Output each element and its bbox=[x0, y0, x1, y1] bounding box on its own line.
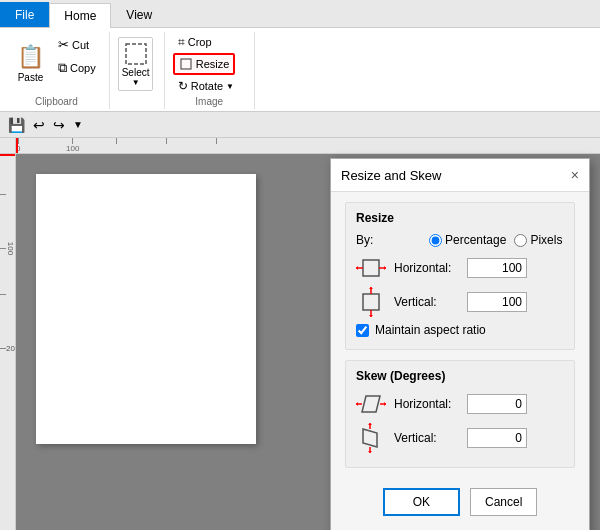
dialog-title-text: Resize and Skew bbox=[341, 168, 441, 183]
skew-h-label: Horizontal: bbox=[394, 397, 459, 411]
customize-qat-btn[interactable]: ▼ bbox=[71, 117, 85, 132]
ribbon-group-image: ⌗ Crop Resize bbox=[165, 32, 255, 109]
resize-row: Resize bbox=[173, 53, 239, 75]
select-dropdown[interactable]: ▼ bbox=[132, 78, 140, 87]
rotate-label: Rotate bbox=[191, 80, 223, 92]
svg-rect-3 bbox=[363, 260, 379, 276]
ruler-corner bbox=[0, 138, 16, 154]
maintain-aspect-label: Maintain aspect ratio bbox=[375, 323, 486, 337]
resize-button[interactable]: Resize bbox=[173, 53, 236, 75]
ribbon-tabs: File Home View bbox=[0, 0, 600, 28]
svg-rect-0 bbox=[126, 44, 146, 64]
copy-label: Copy bbox=[70, 62, 96, 74]
canvas-white bbox=[36, 174, 256, 444]
pixels-label: Pixels bbox=[530, 233, 562, 247]
cut-button[interactable]: ✂ Cut bbox=[53, 34, 101, 55]
dialog-buttons: OK Cancel bbox=[345, 478, 575, 526]
svg-marker-7 bbox=[384, 266, 386, 270]
resize-section-title: Resize bbox=[356, 211, 564, 225]
copy-button[interactable]: ⧉ Copy bbox=[53, 57, 101, 79]
copy-icon: ⧉ bbox=[58, 60, 67, 76]
crop-icon: ⌗ bbox=[178, 35, 185, 49]
tab-home[interactable]: Home bbox=[49, 3, 111, 28]
svg-marker-22 bbox=[368, 451, 372, 453]
paste-icon: 📋 bbox=[17, 44, 44, 70]
crop-button[interactable]: ⌗ Crop bbox=[173, 32, 217, 52]
rotate-dropdown-icon[interactable]: ▼ bbox=[226, 82, 234, 91]
paste-label: Paste bbox=[18, 72, 44, 83]
skew-h-icon bbox=[356, 391, 386, 417]
select-label: Select bbox=[122, 67, 150, 78]
paste-button[interactable]: 📋 Paste bbox=[12, 41, 49, 86]
cancel-button[interactable]: Cancel bbox=[470, 488, 537, 516]
ok-button[interactable]: OK bbox=[383, 488, 460, 516]
tools-items: Select ▼ bbox=[118, 32, 154, 109]
svg-rect-1 bbox=[181, 59, 191, 69]
dialog-body: Resize By: Percentage Pixels bbox=[331, 192, 589, 530]
skew-v-icon bbox=[356, 425, 386, 451]
maintain-aspect-row: Maintain aspect ratio bbox=[356, 323, 564, 337]
ruler-cursor-h bbox=[16, 138, 18, 154]
rotate-button[interactable]: ↻ Rotate ▼ bbox=[173, 76, 239, 96]
cut-copy-col: ✂ Cut ⧉ Copy bbox=[53, 34, 101, 93]
tab-view[interactable]: View bbox=[111, 2, 167, 27]
skew-section-title: Skew (Degrees) bbox=[356, 369, 564, 383]
redo-qat-btn[interactable]: ↪ bbox=[51, 115, 67, 135]
skew-section: Skew (Degrees) bbox=[345, 360, 575, 468]
svg-marker-16 bbox=[356, 402, 358, 406]
cut-icon: ✂ bbox=[58, 37, 69, 52]
image-items: ⌗ Crop Resize bbox=[173, 32, 239, 124]
svg-marker-11 bbox=[369, 287, 373, 289]
resize-v-icon bbox=[356, 289, 386, 315]
svg-marker-12 bbox=[369, 315, 373, 317]
resize-skew-dialog: Resize and Skew × Resize By: Percentage bbox=[330, 158, 590, 530]
ribbon-toolbar: 📋 Paste ✂ Cut ⧉ Copy Clipboard bbox=[0, 28, 600, 112]
save-qat-btn[interactable]: 💾 bbox=[6, 115, 27, 135]
skew-horizontal-row: Horizontal: bbox=[356, 391, 564, 417]
svg-marker-13 bbox=[362, 396, 380, 412]
workspace: 0 100 100 bbox=[0, 138, 600, 530]
undo-qat-btn[interactable]: ↩ bbox=[31, 115, 47, 135]
resize-section: Resize By: Percentage Pixels bbox=[345, 202, 575, 350]
dialog-title-bar: Resize and Skew × bbox=[331, 159, 589, 192]
pixels-radio-label[interactable]: Pixels bbox=[514, 233, 562, 247]
ribbon-group-clipboard: 📋 Paste ✂ Cut ⧉ Copy Clipboard bbox=[4, 32, 110, 109]
resize-icon bbox=[179, 57, 193, 71]
skew-vertical-input[interactable] bbox=[467, 428, 527, 448]
by-row: By: Percentage Pixels bbox=[356, 233, 564, 247]
tab-file[interactable]: File bbox=[0, 2, 49, 27]
ribbon-group-tools: Select ▼ bbox=[110, 32, 165, 109]
dialog-close-button[interactable]: × bbox=[571, 167, 579, 183]
quick-access-toolbar: 💾 ↩ ↪ ▼ bbox=[0, 112, 600, 138]
svg-rect-8 bbox=[363, 294, 379, 310]
percentage-radio[interactable] bbox=[429, 234, 442, 247]
resize-horizontal-input[interactable] bbox=[467, 258, 527, 278]
ruler-vertical: 100 200 bbox=[0, 154, 16, 530]
image-group-label: Image bbox=[165, 96, 254, 107]
skew-vertical-row: Vertical: bbox=[356, 425, 564, 451]
app-window: File Home View 📋 Paste ✂ Cut ⧉ Copy bbox=[0, 0, 600, 530]
cut-label: Cut bbox=[72, 39, 89, 51]
percentage-radio-label[interactable]: Percentage bbox=[429, 233, 506, 247]
resize-h-label: Horizontal: bbox=[394, 261, 459, 275]
resize-vertical-row: Vertical: bbox=[356, 289, 564, 315]
resize-horizontal-row: Horizontal: bbox=[356, 255, 564, 281]
skew-horizontal-input[interactable] bbox=[467, 394, 527, 414]
pixels-radio[interactable] bbox=[514, 234, 527, 247]
svg-marker-18 bbox=[363, 429, 377, 447]
clipboard-group-label: Clipboard bbox=[4, 96, 109, 107]
resize-vertical-input[interactable] bbox=[467, 292, 527, 312]
svg-marker-21 bbox=[368, 423, 372, 425]
select-icon bbox=[123, 41, 149, 67]
select-button[interactable]: Select ▼ bbox=[118, 37, 154, 91]
ruler-top-row: 0 100 bbox=[0, 138, 600, 154]
rotate-icon: ↻ bbox=[178, 79, 188, 93]
resize-h-icon bbox=[356, 255, 386, 281]
ruler-cursor-v bbox=[0, 154, 16, 156]
svg-marker-6 bbox=[356, 266, 358, 270]
resize-v-label: Vertical: bbox=[394, 295, 459, 309]
maintain-aspect-checkbox[interactable] bbox=[356, 324, 369, 337]
rotate-row: ↻ Rotate ▼ bbox=[173, 76, 239, 96]
crop-label: Crop bbox=[188, 36, 212, 48]
ruler-horizontal: 0 100 bbox=[16, 138, 600, 154]
